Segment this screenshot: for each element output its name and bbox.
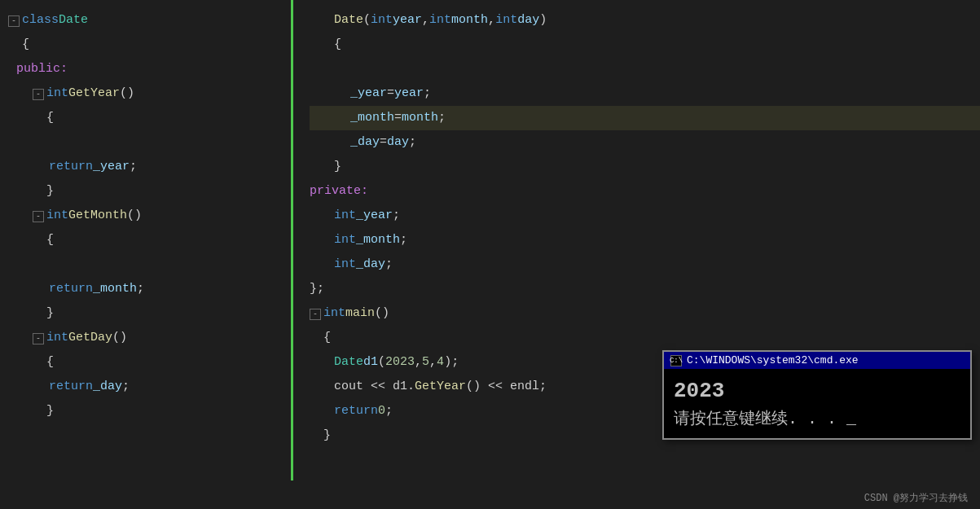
code: ;	[385, 252, 393, 277]
variable: _month	[356, 228, 400, 252]
code: ;	[137, 277, 144, 301]
keyword: return	[334, 399, 378, 423]
class-name: Date	[59, 8, 88, 33]
brace: {	[334, 33, 341, 57]
fold-icon[interactable]: -	[310, 309, 321, 320]
variable: day	[387, 130, 409, 155]
code-line: {	[8, 350, 291, 375]
code-line: {	[310, 326, 980, 350]
number: 5	[422, 350, 429, 375]
code: (	[378, 350, 385, 375]
code-line: {	[8, 33, 291, 57]
code: ;	[393, 204, 400, 228]
variable: year	[393, 8, 422, 33]
code-line: return _month;	[8, 277, 291, 301]
variable: _month	[350, 106, 394, 130]
code: ,	[488, 8, 495, 33]
brace: {	[22, 33, 29, 57]
code-line	[310, 57, 980, 81]
number: 0	[378, 399, 385, 423]
code-line-highlighted: _month = month;	[310, 106, 980, 130]
method-name: GetYear	[415, 375, 466, 399]
code-line: return _year;	[8, 155, 291, 179]
keyword: int	[334, 252, 356, 277]
code-line: {	[8, 106, 291, 130]
code: ;	[409, 130, 416, 155]
method-name: Date	[334, 8, 363, 33]
number: 4	[437, 350, 444, 375]
cmd-titlebar: C:\ C:\WINDOWS\system32\cmd.exe	[664, 352, 970, 369]
variable: _year	[350, 81, 387, 106]
code-line: - int GetDay()	[8, 326, 291, 350]
code: ;	[424, 81, 431, 106]
fold-icon[interactable]: -	[33, 333, 44, 344]
variable: day	[517, 8, 539, 33]
code-line: }	[310, 155, 980, 179]
code: ,	[415, 350, 422, 375]
brace: }	[46, 301, 54, 326]
code: cout << d1.	[334, 375, 415, 399]
code-line: };	[310, 277, 980, 301]
keyword: return	[49, 375, 93, 399]
keyword: int	[46, 204, 68, 228]
keyword: int	[46, 326, 68, 350]
brace: }	[323, 423, 331, 448]
code: () << endl;	[466, 375, 547, 399]
variable: _year	[356, 204, 393, 228]
fold-icon[interactable]: -	[33, 211, 44, 222]
code-line: }	[8, 179, 291, 204]
code: ;	[130, 155, 137, 179]
code-line: int _day;	[310, 252, 980, 277]
fold-icon[interactable]: -	[33, 89, 44, 100]
brace: {	[46, 350, 54, 375]
keyword: int	[334, 204, 356, 228]
keyword: return	[49, 155, 93, 179]
keyword: return	[49, 277, 93, 301]
code: =	[394, 106, 402, 130]
fold-icon[interactable]: -	[8, 15, 20, 27]
editor-container: - class Date { public: - int GetYear() {…	[0, 0, 980, 480]
code-line: int _year;	[310, 204, 980, 228]
keyword: int	[371, 8, 393, 33]
code-line: }	[8, 301, 291, 326]
code-line: - int main()	[310, 301, 980, 326]
cmd-output-line1: 2023	[674, 375, 960, 407]
code-line: _day = day;	[310, 130, 980, 155]
variable: _month	[93, 277, 137, 301]
brace: {	[323, 326, 331, 350]
brace: {	[46, 106, 54, 130]
keyword: int	[334, 228, 356, 252]
code-line: {	[8, 228, 291, 252]
cmd-window: C:\ C:\WINDOWS\system32\cmd.exe 2023 请按任…	[662, 350, 972, 440]
code-line	[8, 252, 291, 277]
method-name: GetMonth	[68, 204, 127, 228]
keyword: class	[22, 8, 59, 33]
class-name: Date	[334, 350, 363, 375]
variable: _day	[93, 375, 122, 399]
variable: year	[394, 81, 424, 106]
code: ;	[400, 228, 407, 252]
cmd-icon: C:\	[670, 355, 682, 366]
variable: _day	[350, 130, 380, 155]
code: =	[387, 81, 394, 106]
code: =	[380, 130, 387, 155]
code-line: _year = year;	[310, 81, 980, 106]
code: ()	[127, 204, 142, 228]
code: ()	[120, 81, 134, 106]
code: ;	[438, 106, 446, 130]
code-line: int _month;	[310, 228, 980, 252]
code-line: - int GetYear()	[8, 81, 291, 106]
code: };	[310, 277, 324, 301]
keyword: int	[429, 8, 451, 33]
code: ,	[422, 8, 429, 33]
brace: }	[334, 155, 341, 179]
code-line: }	[8, 399, 291, 423]
variable: _year	[93, 155, 130, 179]
access-modifier: private:	[310, 179, 368, 204]
footer: CSDN @努力学习去挣钱	[864, 491, 968, 505]
code-line: private:	[310, 179, 980, 204]
method-name: GetDay	[68, 326, 112, 350]
brace: }	[46, 179, 54, 204]
cmd-body: 2023 请按任意键继续. . . _	[664, 369, 970, 438]
code-line: return _day;	[8, 375, 291, 399]
